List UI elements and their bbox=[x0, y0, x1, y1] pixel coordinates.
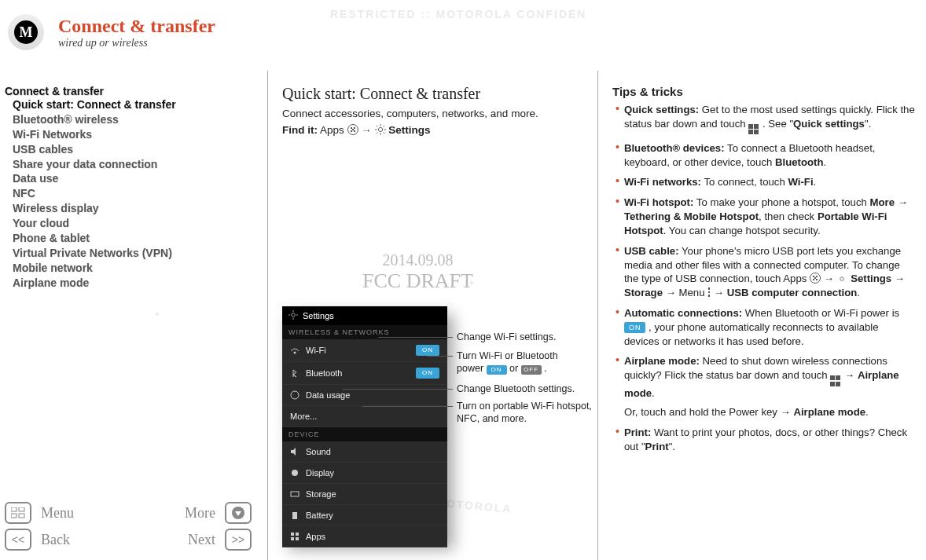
tip-ref: Quick settings bbox=[793, 118, 865, 130]
toggle-on[interactable]: ON bbox=[416, 345, 439, 356]
callout-text: power bbox=[457, 363, 483, 374]
svg-point-15 bbox=[292, 313, 296, 317]
phone-section-header: DEVICE bbox=[282, 427, 447, 441]
tip-ref: More bbox=[870, 196, 895, 208]
tip-text: → bbox=[844, 369, 858, 381]
find-it-prefix: Find it: bbox=[282, 124, 318, 136]
tip-text: → bbox=[824, 273, 837, 284]
more-label[interactable]: More bbox=[133, 505, 220, 522]
more-icon[interactable] bbox=[225, 502, 252, 524]
tip-text: . bbox=[814, 176, 817, 188]
draft-watermark: 2014.09.08 FCC DRAFT bbox=[362, 251, 473, 293]
settings-row-apps[interactable]: Apps bbox=[282, 526, 447, 547]
settings-row-bluetooth[interactable]: Bluetooth ON bbox=[282, 362, 447, 385]
tip-text: . You can change hotspot security. bbox=[663, 225, 821, 236]
toc-link[interactable]: Quick start: Connect & transfer bbox=[5, 97, 259, 112]
toc-link[interactable]: Phone & tablet bbox=[5, 231, 259, 246]
tip-text: ". bbox=[669, 441, 675, 452]
svg-line-14 bbox=[383, 126, 384, 127]
toc-link[interactable]: Share your data connection bbox=[5, 157, 259, 172]
svg-rect-3 bbox=[19, 514, 24, 518]
back-icon[interactable]: << bbox=[5, 529, 31, 551]
svg-point-6 bbox=[378, 127, 382, 131]
apps-icon bbox=[290, 532, 299, 541]
menu-icon[interactable] bbox=[5, 502, 31, 524]
svg-point-23 bbox=[292, 470, 298, 476]
tip-bluetooth: • Bluetooth® devices: To connect a Bluet… bbox=[615, 141, 915, 170]
toc-link[interactable]: Virtual Private Networks (VPN) bbox=[5, 246, 259, 261]
tip-label: USB cable: bbox=[624, 245, 679, 257]
svg-rect-2 bbox=[11, 514, 17, 518]
toc-link[interactable]: Your cloud bbox=[5, 216, 259, 231]
settings-row-more[interactable]: More... bbox=[282, 406, 447, 427]
svg-rect-28 bbox=[291, 537, 294, 540]
tip-text: , your phone automatically reconnects to… bbox=[624, 321, 879, 347]
toc-link[interactable]: NFC bbox=[5, 186, 259, 201]
data-icon bbox=[290, 390, 299, 400]
tip-text: . bbox=[857, 287, 860, 298]
tip-text: . See " bbox=[762, 118, 793, 130]
phone-screenshot: Settings WIRELESS & NETWORKS Wi-Fi ON Bl… bbox=[282, 306, 447, 542]
settings-row-battery[interactable]: Battery bbox=[282, 505, 447, 526]
next-icon[interactable]: >> bbox=[225, 529, 252, 551]
tip-ref: Storage bbox=[624, 287, 663, 298]
storage-icon bbox=[290, 489, 299, 499]
draft-date: 2014.09.08 bbox=[362, 251, 473, 269]
tip-ref: Tethering & Mobile Hotspot bbox=[624, 210, 759, 222]
svg-rect-26 bbox=[291, 533, 294, 536]
on-pill: ON bbox=[624, 322, 646, 333]
gear-icon bbox=[375, 124, 386, 135]
settings-row-display[interactable]: Display bbox=[282, 463, 447, 484]
settings-row-storage[interactable]: Storage bbox=[282, 484, 447, 505]
toc-link[interactable]: Airplane mode bbox=[5, 276, 259, 291]
tip-ref: Airplane mode bbox=[793, 406, 865, 418]
row-label: Display bbox=[306, 468, 334, 478]
tip-auto-connect: • Automatic connections: When Bluetooth … bbox=[615, 306, 915, 348]
tip-text: → bbox=[714, 287, 727, 298]
row-label: Bluetooth bbox=[306, 368, 342, 378]
row-label: More... bbox=[290, 412, 317, 421]
callout-text: Turn Wi-Fi or Bluetooth bbox=[457, 350, 558, 361]
callout-bluetooth-settings: Change Bluetooth settings. bbox=[457, 383, 606, 396]
svg-rect-1 bbox=[19, 507, 24, 511]
tip-text: . bbox=[652, 387, 655, 399]
svg-rect-24 bbox=[291, 492, 299, 496]
callout-text: Change Wi-Fi settings. bbox=[457, 331, 556, 342]
tip-ref: Settings bbox=[851, 273, 891, 284]
next-label[interactable]: Next bbox=[133, 532, 220, 548]
apps-icon bbox=[810, 273, 821, 284]
settings-row-wifi[interactable]: Wi-Fi ON bbox=[282, 339, 447, 362]
toc-link[interactable]: Wi-Fi Networks bbox=[5, 127, 259, 142]
row-label: Apps bbox=[306, 532, 325, 541]
gear-icon bbox=[288, 310, 298, 321]
quick-settings-icon bbox=[830, 375, 841, 386]
callout-text: Change Bluetooth settings. bbox=[457, 383, 575, 394]
svg-point-20 bbox=[294, 352, 296, 354]
tip-label: Wi-Fi hotspot: bbox=[624, 196, 694, 208]
back-label[interactable]: Back bbox=[41, 532, 128, 548]
tip-quick-settings: • Quick settings: Get to the most used s… bbox=[615, 103, 915, 135]
tip-label: Automatic connections: bbox=[624, 307, 742, 319]
settings-row-sound[interactable]: Sound bbox=[282, 441, 447, 463]
draft-label: FCC DRAFT bbox=[362, 269, 473, 293]
tip-ref: Print bbox=[645, 441, 669, 452]
svg-point-21 bbox=[291, 391, 299, 399]
toc-link[interactable]: Mobile network bbox=[5, 261, 259, 276]
bluetooth-icon bbox=[290, 368, 299, 378]
toc-link[interactable]: Bluetooth® wireless bbox=[5, 112, 259, 127]
toc-link[interactable]: USB cables bbox=[5, 142, 259, 157]
callout-text: or bbox=[509, 363, 518, 374]
callout-text: Turn on portable Wi-Fi hotspot, NFC, and… bbox=[457, 401, 592, 424]
toc-link[interactable]: Wireless display bbox=[5, 201, 259, 216]
page-header: M Connect & transfer wired up or wireles… bbox=[0, 0, 926, 50]
row-label: Storage bbox=[306, 489, 336, 499]
tip-text: . bbox=[824, 156, 827, 168]
tip-text: ". bbox=[865, 118, 871, 130]
toc-link[interactable]: Data use bbox=[5, 171, 259, 186]
tip-ref: Bluetooth bbox=[775, 156, 824, 168]
tip-airplane: • Airplane mode: Need to shut down wirel… bbox=[615, 354, 915, 419]
section-heading: Quick start: Connect & transfer bbox=[282, 85, 590, 103]
menu-label[interactable]: Menu bbox=[41, 505, 128, 522]
toggle-on[interactable]: ON bbox=[416, 368, 439, 379]
phone-titlebar: Settings bbox=[282, 306, 447, 325]
